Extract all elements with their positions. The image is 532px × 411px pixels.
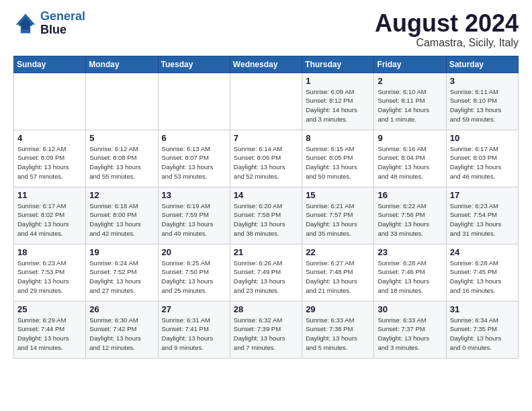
day-number: 29 bbox=[306, 304, 370, 314]
week-row-3: 11Sunrise: 6:17 AM Sunset: 8:02 PM Dayli… bbox=[14, 187, 519, 244]
day-info: Sunrise: 6:15 AM Sunset: 8:05 PM Dayligh… bbox=[306, 144, 370, 181]
day-number: 2 bbox=[378, 76, 442, 86]
day-info: Sunrise: 6:33 AM Sunset: 7:38 PM Dayligh… bbox=[306, 316, 370, 353]
day-info: Sunrise: 6:16 AM Sunset: 8:04 PM Dayligh… bbox=[378, 144, 442, 181]
calendar-cell: 14Sunrise: 6:20 AM Sunset: 7:58 PM Dayli… bbox=[230, 187, 302, 244]
week-row-4: 18Sunrise: 6:23 AM Sunset: 7:53 PM Dayli… bbox=[14, 244, 519, 301]
day-number: 4 bbox=[17, 133, 82, 143]
weekday-header-thursday: Thursday bbox=[302, 56, 374, 73]
location: Camastra, Sicily, Italy bbox=[375, 37, 519, 49]
calendar-cell: 30Sunrise: 6:33 AM Sunset: 7:37 PM Dayli… bbox=[374, 301, 446, 358]
calendar-table: SundayMondayTuesdayWednesdayThursdayFrid… bbox=[13, 56, 519, 359]
day-number: 20 bbox=[162, 247, 226, 257]
calendar-cell: 29Sunrise: 6:33 AM Sunset: 7:38 PM Dayli… bbox=[302, 301, 374, 358]
weekday-header-saturday: Saturday bbox=[446, 56, 518, 73]
calendar-cell: 19Sunrise: 6:24 AM Sunset: 7:52 PM Dayli… bbox=[86, 244, 158, 301]
calendar-cell: 12Sunrise: 6:18 AM Sunset: 8:00 PM Dayli… bbox=[86, 187, 158, 244]
calendar-cell: 27Sunrise: 6:31 AM Sunset: 7:41 PM Dayli… bbox=[158, 301, 230, 358]
day-info: Sunrise: 6:21 AM Sunset: 7:57 PM Dayligh… bbox=[306, 201, 370, 238]
calendar-cell: 16Sunrise: 6:22 AM Sunset: 7:56 PM Dayli… bbox=[374, 187, 446, 244]
day-number: 10 bbox=[450, 133, 515, 143]
calendar-cell bbox=[158, 73, 230, 130]
weekday-header-monday: Monday bbox=[86, 56, 158, 73]
day-number: 17 bbox=[450, 190, 515, 200]
day-number: 5 bbox=[89, 133, 154, 143]
day-info: Sunrise: 6:23 AM Sunset: 7:54 PM Dayligh… bbox=[450, 201, 515, 238]
calendar-cell: 23Sunrise: 6:28 AM Sunset: 7:46 PM Dayli… bbox=[374, 244, 446, 301]
day-number: 27 bbox=[162, 304, 226, 314]
day-number: 28 bbox=[234, 304, 298, 314]
weekday-header-sunday: Sunday bbox=[14, 56, 86, 73]
day-info: Sunrise: 6:14 AM Sunset: 8:06 PM Dayligh… bbox=[234, 144, 298, 181]
calendar-cell bbox=[14, 73, 86, 130]
calendar-cell: 6Sunrise: 6:13 AM Sunset: 8:07 PM Daylig… bbox=[158, 130, 230, 187]
day-info: Sunrise: 6:22 AM Sunset: 7:56 PM Dayligh… bbox=[378, 201, 442, 238]
calendar-cell: 9Sunrise: 6:16 AM Sunset: 8:04 PM Daylig… bbox=[374, 130, 446, 187]
calendar-cell: 17Sunrise: 6:23 AM Sunset: 7:54 PM Dayli… bbox=[446, 187, 518, 244]
day-info: Sunrise: 6:17 AM Sunset: 8:02 PM Dayligh… bbox=[17, 201, 82, 238]
calendar-cell: 5Sunrise: 6:12 AM Sunset: 8:08 PM Daylig… bbox=[86, 130, 158, 187]
calendar-cell: 1Sunrise: 6:09 AM Sunset: 8:12 PM Daylig… bbox=[302, 73, 374, 130]
calendar-cell: 31Sunrise: 6:34 AM Sunset: 7:35 PM Dayli… bbox=[446, 301, 518, 358]
weekday-header-friday: Friday bbox=[374, 56, 446, 73]
day-number: 3 bbox=[450, 76, 515, 86]
day-number: 16 bbox=[378, 190, 442, 200]
calendar-cell bbox=[230, 73, 302, 130]
logo-text: General Blue bbox=[40, 10, 85, 37]
weekday-header-wednesday: Wednesday bbox=[230, 56, 302, 73]
calendar-cell: 24Sunrise: 6:28 AM Sunset: 7:45 PM Dayli… bbox=[446, 244, 518, 301]
calendar-cell: 28Sunrise: 6:32 AM Sunset: 7:39 PM Dayli… bbox=[230, 301, 302, 358]
week-row-5: 25Sunrise: 6:29 AM Sunset: 7:44 PM Dayli… bbox=[14, 301, 519, 358]
logo: General Blue bbox=[13, 10, 85, 37]
calendar-cell: 8Sunrise: 6:15 AM Sunset: 8:05 PM Daylig… bbox=[302, 130, 374, 187]
svg-marker-1 bbox=[18, 17, 33, 30]
day-number: 30 bbox=[378, 304, 442, 314]
day-info: Sunrise: 6:28 AM Sunset: 7:46 PM Dayligh… bbox=[378, 259, 442, 295]
calendar-cell bbox=[86, 73, 158, 130]
day-info: Sunrise: 6:28 AM Sunset: 7:45 PM Dayligh… bbox=[450, 259, 515, 295]
calendar-cell: 2Sunrise: 6:10 AM Sunset: 8:11 PM Daylig… bbox=[374, 73, 446, 130]
day-number: 23 bbox=[378, 247, 442, 257]
day-number: 21 bbox=[234, 247, 298, 257]
day-info: Sunrise: 6:19 AM Sunset: 7:59 PM Dayligh… bbox=[162, 201, 226, 238]
day-info: Sunrise: 6:32 AM Sunset: 7:39 PM Dayligh… bbox=[234, 316, 298, 353]
calendar-cell: 3Sunrise: 6:11 AM Sunset: 8:10 PM Daylig… bbox=[446, 73, 518, 130]
day-number: 12 bbox=[89, 190, 154, 200]
title-block: August 2024 Camastra, Sicily, Italy bbox=[375, 10, 519, 49]
day-info: Sunrise: 6:29 AM Sunset: 7:44 PM Dayligh… bbox=[17, 316, 82, 353]
day-info: Sunrise: 6:24 AM Sunset: 7:52 PM Dayligh… bbox=[89, 259, 154, 295]
day-number: 25 bbox=[17, 304, 82, 314]
calendar-cell: 4Sunrise: 6:12 AM Sunset: 8:09 PM Daylig… bbox=[14, 130, 86, 187]
calendar-cell: 10Sunrise: 6:17 AM Sunset: 8:03 PM Dayli… bbox=[446, 130, 518, 187]
day-info: Sunrise: 6:30 AM Sunset: 7:42 PM Dayligh… bbox=[89, 316, 154, 353]
day-info: Sunrise: 6:10 AM Sunset: 8:11 PM Dayligh… bbox=[378, 87, 442, 124]
day-number: 9 bbox=[378, 133, 442, 143]
calendar-cell: 13Sunrise: 6:19 AM Sunset: 7:59 PM Dayli… bbox=[158, 187, 230, 244]
logo-icon bbox=[13, 11, 38, 36]
day-number: 18 bbox=[17, 247, 82, 257]
weekday-header-row: SundayMondayTuesdayWednesdayThursdayFrid… bbox=[14, 56, 519, 73]
day-number: 15 bbox=[306, 190, 370, 200]
day-info: Sunrise: 6:27 AM Sunset: 7:48 PM Dayligh… bbox=[306, 259, 370, 295]
day-info: Sunrise: 6:12 AM Sunset: 8:09 PM Dayligh… bbox=[17, 144, 82, 181]
calendar-cell: 18Sunrise: 6:23 AM Sunset: 7:53 PM Dayli… bbox=[14, 244, 86, 301]
calendar-cell: 25Sunrise: 6:29 AM Sunset: 7:44 PM Dayli… bbox=[14, 301, 86, 358]
day-number: 26 bbox=[89, 304, 154, 314]
day-number: 14 bbox=[234, 190, 298, 200]
day-info: Sunrise: 6:23 AM Sunset: 7:53 PM Dayligh… bbox=[17, 259, 82, 295]
day-info: Sunrise: 6:31 AM Sunset: 7:41 PM Dayligh… bbox=[162, 316, 226, 353]
day-number: 8 bbox=[306, 133, 370, 143]
day-info: Sunrise: 6:09 AM Sunset: 8:12 PM Dayligh… bbox=[306, 87, 370, 124]
day-number: 1 bbox=[306, 76, 370, 86]
calendar-cell: 20Sunrise: 6:25 AM Sunset: 7:50 PM Dayli… bbox=[158, 244, 230, 301]
day-info: Sunrise: 6:26 AM Sunset: 7:49 PM Dayligh… bbox=[234, 259, 298, 295]
day-info: Sunrise: 6:17 AM Sunset: 8:03 PM Dayligh… bbox=[450, 144, 515, 181]
page-header: General Blue August 2024 Camastra, Sicil… bbox=[13, 10, 519, 49]
day-number: 13 bbox=[162, 190, 226, 200]
logo-line1: General bbox=[40, 9, 85, 23]
day-info: Sunrise: 6:25 AM Sunset: 7:50 PM Dayligh… bbox=[162, 259, 226, 295]
week-row-1: 1Sunrise: 6:09 AM Sunset: 8:12 PM Daylig… bbox=[14, 73, 519, 130]
day-info: Sunrise: 6:18 AM Sunset: 8:00 PM Dayligh… bbox=[89, 201, 154, 238]
day-number: 11 bbox=[17, 190, 82, 200]
day-number: 7 bbox=[234, 133, 298, 143]
